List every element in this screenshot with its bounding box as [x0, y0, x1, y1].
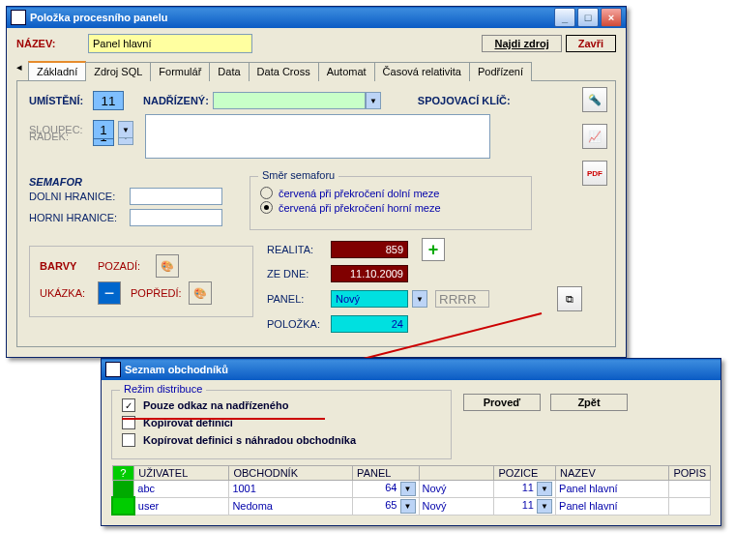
opt3-checkbox[interactable]	[122, 433, 135, 447]
row-marker[interactable]	[112, 497, 134, 515]
spojklic-label: SPOJOVACÍ KLÍČ:	[418, 95, 511, 106]
panel-cell-dropdown[interactable]: ▼	[400, 499, 416, 514]
cell-obchodnik[interactable]: Nedoma	[229, 497, 353, 515]
pozadi-label: POZADÍ:	[98, 260, 152, 272]
add-button[interactable]: +	[422, 238, 445, 261]
panel-value[interactable]: Nový	[331, 290, 408, 308]
sloupec-dropdown[interactable]: ▼	[118, 121, 133, 138]
cell-obchodnik[interactable]: 1001	[229, 481, 353, 498]
tab-body: 🔦 📈 PDF UMÍSTĚNÍ: NADŘÍZENÝ: ▼ SPOJOVACÍ…	[16, 81, 616, 347]
cell-nazev[interactable]: Panel hlavní	[556, 497, 669, 515]
zedne-label: ZE DNE:	[267, 268, 327, 280]
close-dialog-button[interactable]: Zavři	[566, 35, 616, 52]
sloupec-input[interactable]	[93, 120, 114, 139]
popredi-label: POPŘEDÍ:	[131, 287, 185, 299]
smer-radio-1[interactable]	[260, 187, 273, 199]
dolni-label: DOLNI HRANICE:	[29, 191, 126, 202]
opt1-checkbox[interactable]: ✓	[122, 398, 135, 412]
semafor-heading: SEMAFOR	[29, 176, 232, 188]
nadrizeny-label: NADŘÍZENÝ:	[143, 95, 209, 106]
rrrr-input[interactable]	[435, 290, 489, 308]
traders-table: ? UŽIVATEL OBCHODNÍK PANEL POZICE NAZEV …	[111, 465, 711, 516]
ukazka-preview: −	[98, 281, 121, 305]
tab-data-cross[interactable]: Data Cross	[249, 62, 319, 81]
titlebar-2[interactable]: Seznam obchodníků	[102, 359, 720, 380]
nadrizeny-input[interactable]	[213, 92, 366, 109]
tab-casova[interactable]: Časová relativita	[374, 62, 470, 81]
pdf-icon[interactable]: PDF	[582, 161, 607, 186]
popredi-color-button[interactable]: 🎨	[189, 281, 212, 305]
smer-opt2: červená při překročení horní meze	[279, 202, 441, 214]
umisteni-input[interactable]	[93, 91, 124, 110]
cell-panel[interactable]: 65	[385, 499, 397, 511]
nazev-input[interactable]	[88, 34, 252, 53]
tab-prev-icon[interactable]: ◂	[16, 61, 24, 80]
chart-icon[interactable]: 📈	[582, 124, 607, 149]
col-pozice[interactable]: POZICE	[494, 466, 556, 481]
maximize-button[interactable]: □	[577, 8, 599, 27]
back-button[interactable]: Zpět	[550, 394, 628, 411]
app-icon	[11, 10, 26, 25]
cell-sel[interactable]: Nový	[423, 500, 447, 512]
proceed-button[interactable]: Proveď	[463, 394, 541, 411]
pozice-cell-dropdown[interactable]: ▼	[537, 499, 552, 514]
nazev-label: NÁZEV:	[16, 38, 84, 49]
traders-list-window: Seznam obchodníků Režim distribuce ✓Pouz…	[101, 358, 721, 526]
pozice-cell-dropdown[interactable]: ▼	[537, 482, 552, 496]
realita-label: REALITA:	[267, 244, 327, 255]
col-mark[interactable]: ?	[112, 466, 134, 481]
find-source-button[interactable]: Najdi zdroj	[482, 35, 561, 52]
opt3-label: Kopírovat definici s náhradou obchodníka	[143, 434, 356, 446]
col-nazev[interactable]: NAZEV	[556, 466, 669, 481]
horni-label: HORNI HRANICE:	[29, 212, 126, 223]
nadrizeny-dropdown[interactable]: ▼	[366, 92, 381, 109]
minimize-button[interactable]: _	[554, 8, 575, 27]
cell-uzivatel[interactable]: user	[134, 497, 229, 515]
tab-zakladni[interactable]: Základní	[28, 61, 86, 80]
polozka-value: 24	[331, 315, 408, 333]
window-title-2: Seznam obchodníků	[125, 359, 717, 380]
description-textarea[interactable]	[145, 114, 490, 159]
smer-radio-2[interactable]	[260, 201, 273, 214]
table-row[interactable]: abc 1001 64 ▼ Nový 11 ▼ Panel hlavní	[112, 481, 711, 498]
window-title: Položka procesního panelu	[30, 7, 552, 28]
cell-panel[interactable]: 64	[385, 482, 397, 493]
tab-formular[interactable]: Formulář	[150, 62, 210, 81]
smer-opt1: červená při překročení dolní meze	[279, 188, 439, 199]
flashlight-icon[interactable]: 🔦	[582, 87, 607, 112]
col-popis[interactable]: POPIS	[669, 466, 711, 481]
side-toolbar: 🔦 📈 PDF	[582, 87, 607, 190]
titlebar[interactable]: Položka procesního panelu _ □ ×	[7, 7, 626, 28]
col-panel[interactable]: PANEL	[353, 466, 419, 481]
dolni-input[interactable]	[130, 188, 222, 205]
col-blank[interactable]	[419, 466, 494, 481]
hierarchy-icon[interactable]: ⧉	[557, 286, 582, 311]
rezim-title: Režim distribuce	[120, 383, 206, 395]
realita-value: 859	[331, 241, 408, 258]
cell-uzivatel[interactable]: abc	[134, 481, 229, 498]
row-marker[interactable]	[112, 481, 134, 498]
tab-zdroj-sql[interactable]: Zdroj SQL	[85, 62, 151, 81]
smer-title: Směr semaforu	[258, 169, 338, 181]
cell-sel[interactable]: Nový	[423, 483, 447, 494]
tab-podrizeni[interactable]: Podřízení	[469, 62, 532, 81]
cell-popis[interactable]	[669, 497, 711, 515]
cell-pozice[interactable]: 11	[522, 482, 534, 493]
col-obchodnik[interactable]: OBCHODNÍK	[229, 466, 353, 481]
pozadi-color-button[interactable]: 🎨	[156, 254, 179, 278]
cell-pozice[interactable]: 11	[522, 499, 534, 511]
close-button[interactable]: ×	[601, 8, 622, 27]
barvy-label: BARVY	[40, 260, 94, 272]
opt1-label: Pouze odkaz na nadřízeného	[143, 399, 288, 411]
horni-input[interactable]	[130, 209, 222, 226]
col-uzivatel[interactable]: UŽIVATEL	[134, 466, 229, 481]
app-icon-2	[105, 362, 121, 377]
cell-nazev[interactable]: Panel hlavní	[556, 481, 669, 498]
table-row[interactable]: user Nedoma 65 ▼ Nový 11 ▼ Panel hlavní	[112, 497, 711, 515]
tab-automat[interactable]: Automat	[318, 62, 375, 81]
cell-popis[interactable]	[669, 481, 711, 498]
polozka-label: POLOŽKA:	[267, 318, 327, 330]
tab-data[interactable]: Data	[209, 62, 249, 81]
panel-dropdown[interactable]: ▼	[412, 290, 427, 308]
panel-cell-dropdown[interactable]: ▼	[400, 482, 416, 496]
